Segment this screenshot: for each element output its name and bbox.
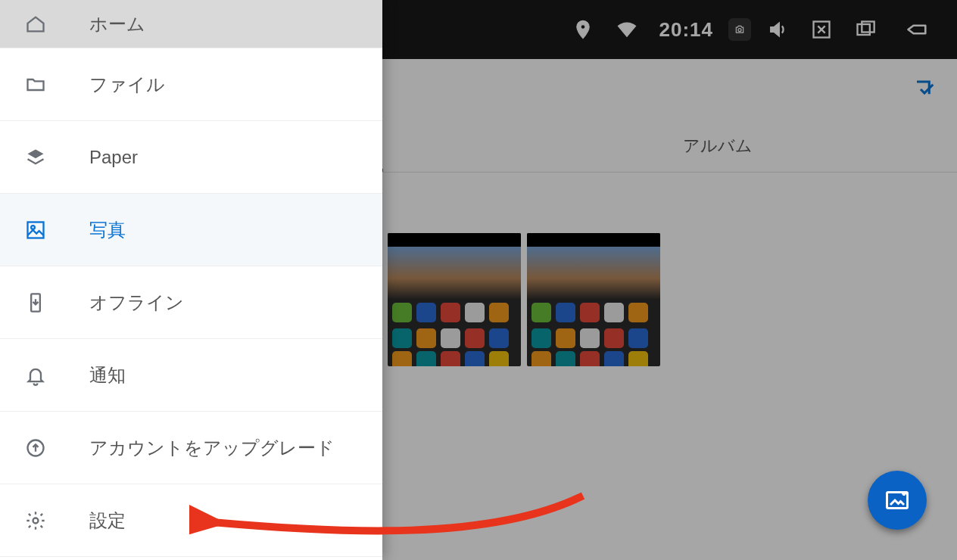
drawer-label: 設定 [89,509,126,533]
bell-icon [24,364,47,387]
drawer-label: ファイル [89,73,165,97]
offline-icon [24,291,47,314]
gear-icon [24,509,47,532]
folder-icon [24,73,47,96]
drawer-label: 通知 [89,363,126,387]
drawer-item-files[interactable]: ファイル [0,48,382,121]
svg-rect-8 [28,222,44,238]
drawer-item-offline[interactable]: オフライン [0,266,382,339]
image-icon [24,219,47,241]
navigation-drawer: ホーム ファイル Paper 写真 オフライン 通知 アカウントをアップグレ [0,0,382,560]
drawer-item-photos[interactable]: 写真 [0,194,382,266]
svg-point-12 [33,518,39,523]
svg-point-9 [31,226,35,229]
drawer-label: Paper [89,147,138,168]
paper-icon [24,146,47,169]
drawer-item-paper[interactable]: Paper [0,121,382,194]
upgrade-icon [24,437,47,459]
drawer-item-upgrade[interactable]: アカウントをアップグレード [0,412,382,484]
add-photo-fab[interactable] [868,471,927,530]
drawer-label: アカウントをアップグレード [89,436,335,460]
drawer-item-home[interactable]: ホーム [0,0,382,48]
drawer-item-notifications[interactable]: 通知 [0,339,382,412]
home-outline-icon [24,13,47,36]
drawer-item-settings[interactable]: 設定 [0,484,382,557]
drawer-label: オフライン [89,291,184,315]
drawer-label: 写真 [89,218,126,242]
drawer-label: ホーム [89,12,145,36]
